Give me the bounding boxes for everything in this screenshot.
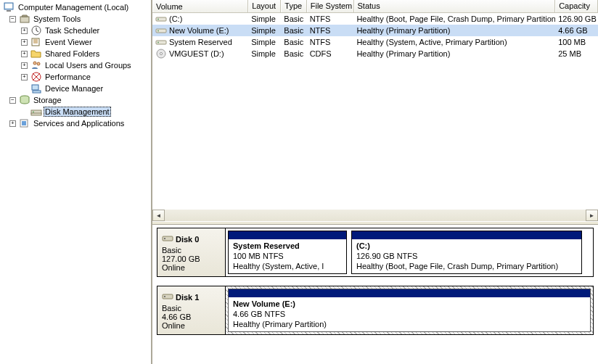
expand-icon[interactable]: + <box>21 51 28 57</box>
disk-info: Disk 1Basic4.66 GBOnline <box>157 286 226 334</box>
disk-size: 4.66 GB <box>162 313 221 321</box>
partition[interactable]: (C:)126.90 GB NTFSHealthy (Boot, Page Fi… <box>351 231 582 274</box>
partition-color-bar <box>229 289 590 297</box>
partition[interactable]: New Volume (E:)4.66 GB NTFSHealthy (Prim… <box>228 289 591 332</box>
users-icon <box>30 59 42 71</box>
volume-name: New Volume (E:) <box>169 26 229 35</box>
partition-size: 100 MB NTFS <box>233 251 342 261</box>
clock-icon <box>30 25 42 36</box>
disk-status: Online <box>162 263 221 272</box>
volume-capacity: 4.66 GB <box>555 25 598 36</box>
volume-filesystem: NTFS <box>307 37 354 47</box>
col-header-type[interactable]: Type <box>281 0 306 12</box>
svg-point-7 <box>37 62 40 65</box>
disk-partitions: System Reserved100 MB NTFSHealthy (Syste… <box>226 228 593 276</box>
svg-point-26 <box>164 238 165 239</box>
volume-status: Healthy (System, Active, Primary Partiti… <box>353 37 555 47</box>
partition[interactable]: System Reserved100 MB NTFSHealthy (Syste… <box>228 231 347 274</box>
volume-layout: Simple <box>248 25 281 36</box>
volume-list-header: Volume Layout Type File System Status Ca… <box>152 0 598 13</box>
shared-folder-icon <box>30 48 42 59</box>
svg-point-13 <box>33 112 34 113</box>
col-header-volume[interactable]: Volume <box>152 0 248 12</box>
partition-size: 126.90 GB NTFS <box>356 251 577 261</box>
scroll-right-button[interactable]: ► <box>586 210 598 221</box>
expand-icon[interactable]: + <box>21 39 28 46</box>
tree-item-event-viewer[interactable]: + Event Viewer <box>0 36 151 48</box>
tree-item-storage[interactable]: − Storage <box>0 94 151 106</box>
volume-name: (C:) <box>169 15 182 23</box>
svg-point-18 <box>157 19 159 20</box>
volume-status: Healthy (Boot, Page File, Crash Dump, Pr… <box>353 14 555 24</box>
expand-icon[interactable]: + <box>21 74 28 80</box>
partition-status: Healthy (System, Active, I <box>233 261 342 271</box>
volume-capacity: 126.90 GB <box>555 14 598 24</box>
partition-size: 4.66 GB NTFS <box>233 309 586 319</box>
cd-icon <box>155 48 167 59</box>
svg-point-20 <box>157 30 159 32</box>
volume-capacity: 100 MB <box>555 37 598 47</box>
tree-item-task-scheduler[interactable]: + Task Scheduler <box>0 25 151 36</box>
volume-name: VMGUEST (D:) <box>169 49 224 58</box>
disk-block[interactable]: Disk 1Basic4.66 GBOnlineNew Volume (E:)4… <box>157 286 594 335</box>
svg-point-24 <box>160 52 162 54</box>
volume-layout: Simple <box>248 49 281 59</box>
svg-point-6 <box>33 62 36 65</box>
collapse-icon[interactable]: − <box>9 97 16 104</box>
svg-rect-1 <box>5 4 12 8</box>
volume-row[interactable]: New Volume (E:)SimpleBasicNTFSHealthy (P… <box>152 25 598 36</box>
tree-item-users[interactable]: + Local Users and Groups <box>0 59 151 71</box>
volume-row[interactable]: VMGUEST (D:)SimpleBasicCDFSHealthy (Prim… <box>152 48 598 59</box>
volume-row[interactable]: System ReservedSimpleBasicNTFSHealthy (S… <box>152 36 598 48</box>
expand-icon[interactable]: + <box>9 120 16 127</box>
partition-body: (C:)126.90 GB NTFSHealthy (Boot, Page Fi… <box>352 239 581 273</box>
col-header-status[interactable]: Status <box>354 0 556 12</box>
volume-type: Basic <box>281 37 306 47</box>
horizontal-scrollbar[interactable]: ◄ ► <box>152 209 598 221</box>
tree-item-disk-management[interactable]: Disk Management <box>0 106 151 117</box>
tree-item-systools[interactable]: − System Tools <box>0 13 151 25</box>
volume-type: Basic <box>281 49 306 59</box>
tree-item-services[interactable]: + Services and Applications <box>0 117 151 129</box>
computer-icon <box>4 1 15 13</box>
expand-icon[interactable]: + <box>21 28 28 34</box>
scroll-left-button[interactable]: ◄ <box>152 210 165 221</box>
collapse-icon[interactable]: − <box>9 16 16 22</box>
partition-body: New Volume (E:)4.66 GB NTFSHealthy (Prim… <box>229 297 590 331</box>
volume-layout: Simple <box>248 14 281 24</box>
tools-icon <box>19 13 30 25</box>
tree-item-device-manager[interactable]: Device Manager <box>0 83 151 94</box>
disk-type: Basic <box>162 246 221 255</box>
partition-body: System Reserved100 MB NTFSHealthy (Syste… <box>229 239 346 273</box>
col-header-layout[interactable]: Layout <box>248 0 281 12</box>
disk-block[interactable]: Disk 0Basic127.00 GBOnlineSystem Reserve… <box>157 228 594 277</box>
partition-color-bar <box>352 231 581 239</box>
drive-icon <box>155 25 167 36</box>
tree-item-shared-folders[interactable]: + Shared Folders <box>0 48 151 59</box>
expand-icon[interactable]: + <box>21 62 28 69</box>
svg-rect-2 <box>7 10 11 12</box>
volume-row[interactable]: (C:)SimpleBasicNTFSHealthy (Boot, Page F… <box>152 13 598 25</box>
partition-status: Healthy (Boot, Page File, Crash Dump, Pr… <box>356 261 577 271</box>
col-header-filesystem[interactable]: File System <box>307 0 354 12</box>
tree-item-root[interactable]: Computer Management (Local) <box>0 1 151 13</box>
scroll-track[interactable] <box>165 210 586 221</box>
svg-point-22 <box>157 42 159 44</box>
svg-point-28 <box>164 296 165 297</box>
svg-rect-16 <box>22 121 26 125</box>
tree-item-performance[interactable]: + Performance <box>0 71 151 83</box>
partition-title: System Reserved <box>233 241 342 251</box>
svg-rect-14 <box>31 113 41 115</box>
volume-filesystem: CDFS <box>307 49 354 59</box>
volume-type: Basic <box>281 14 306 24</box>
volume-filesystem: NTFS <box>307 14 354 24</box>
disk-graphical-view: Disk 0Basic127.00 GBOnlineSystem Reserve… <box>152 225 598 364</box>
volume-list: Volume Layout Type File System Status Ca… <box>152 0 598 221</box>
disk-status: Online <box>162 321 221 330</box>
nav-tree: Computer Management (Local) − System Too… <box>0 0 152 364</box>
volume-type: Basic <box>281 25 306 36</box>
col-header-capacity[interactable]: Capacity <box>555 0 598 12</box>
partition-status: Healthy (Primary Partition) <box>233 319 586 329</box>
svg-rect-3 <box>20 17 29 22</box>
drive-icon <box>155 36 167 48</box>
